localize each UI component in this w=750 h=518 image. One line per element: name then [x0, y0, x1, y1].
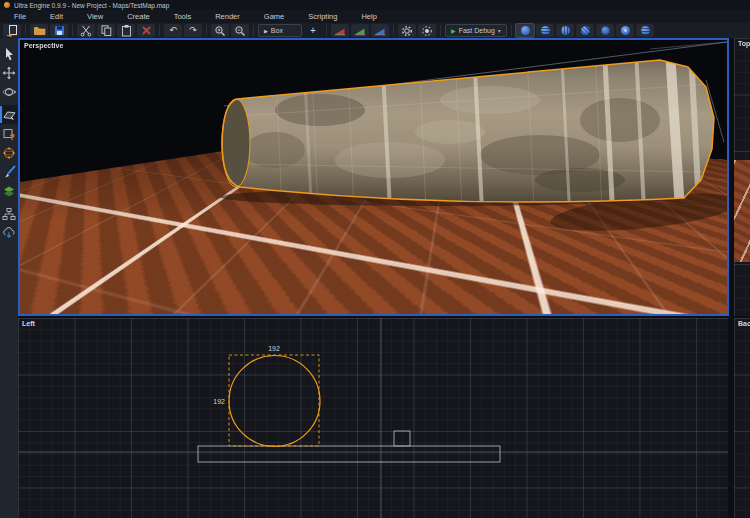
run-fast-debug-dropdown[interactable]: ▶ Fast Debug ▾ — [445, 24, 507, 37]
toolbar-separator — [393, 25, 394, 36]
dimension-height-label: 192 — [213, 398, 225, 405]
paint-brush-icon — [2, 165, 16, 179]
toolbar-separator — [206, 25, 207, 36]
axis-constraint-y-button[interactable] — [351, 24, 369, 37]
new-scene-button[interactable] — [3, 24, 21, 37]
select-cursor-icon — [2, 47, 16, 61]
rotate-icon — [2, 85, 16, 99]
tool-entity-picker[interactable]: ? — [0, 124, 18, 143]
viewmode-unlit-button[interactable] — [576, 24, 594, 37]
shaded-lines-sphere-icon — [541, 26, 550, 35]
tool-cloud-download[interactable] — [0, 223, 18, 242]
paste-icon — [120, 24, 133, 37]
viewport-back[interactable]: Back — [734, 318, 750, 518]
main-toolbar: ↶ ↷ ▶ Box + — [0, 23, 750, 38]
tool-rotate[interactable] — [0, 82, 18, 101]
wireframe-sphere-icon — [561, 26, 570, 35]
menu-edit[interactable]: Edit — [38, 10, 75, 23]
viewport-top[interactable]: Top — [734, 38, 750, 316]
small-box-outline[interactable] — [394, 431, 410, 446]
copy-button[interactable] — [97, 24, 115, 37]
title-bar: Ultra Engine 0.9.9 - New Project - Maps/… — [0, 0, 750, 10]
menu-create[interactable]: Create — [115, 10, 162, 23]
tool-paint[interactable] — [0, 162, 18, 181]
redo-button[interactable]: ↷ — [184, 24, 202, 37]
paste-button[interactable] — [117, 24, 135, 37]
primitive-box-dropdown[interactable]: ▶ Box — [258, 24, 302, 37]
shaded-sphere-icon — [521, 26, 530, 35]
viewport-perspective[interactable]: Perspective — [18, 38, 729, 316]
tool-face-select[interactable] — [0, 105, 18, 124]
add-primitive-button[interactable]: + — [304, 24, 322, 37]
scene-overlay — [20, 40, 727, 314]
zoom-in-button[interactable] — [211, 24, 229, 37]
menu-file[interactable]: File — [2, 10, 38, 23]
menu-scripting[interactable]: Scripting — [296, 10, 349, 23]
menu-game[interactable]: Game — [252, 10, 296, 23]
save-icon — [53, 24, 66, 37]
tool-hierarchy[interactable] — [0, 204, 18, 223]
face-select-icon — [2, 108, 16, 122]
menu-help[interactable]: Help — [349, 10, 388, 23]
viewmode-lit-button[interactable] — [596, 24, 614, 37]
viewmode-shaded-lines-button[interactable] — [536, 24, 554, 37]
cylinder-cross-section[interactable] — [229, 356, 320, 447]
settings-button[interactable] — [418, 24, 436, 37]
tool-select[interactable] — [0, 44, 18, 63]
axis-x-ramp-icon — [334, 26, 346, 36]
window-title: Ultra Engine 0.9.9 - New Project - Maps/… — [14, 2, 169, 9]
redo-icon: ↷ — [189, 26, 197, 35]
uv-sphere-icon — [641, 26, 650, 35]
tool-vertex-edit[interactable] — [0, 143, 18, 162]
axis-constraint-z-button[interactable] — [371, 24, 389, 37]
delete-x-icon — [141, 25, 152, 36]
undo-icon: ↶ — [169, 26, 177, 35]
ultra-engine-window: { "window": { "title": "Ultra Engine 0.9… — [0, 0, 750, 518]
delete-button[interactable] — [137, 24, 155, 37]
viewport-left[interactable]: 192 192 Left — [18, 318, 728, 518]
zoom-out-button[interactable] — [231, 24, 249, 37]
top-view-floor — [734, 160, 750, 262]
toolbar-separator — [159, 25, 160, 36]
viewmode-uv-button[interactable] — [636, 24, 654, 37]
zoom-out-icon — [234, 25, 246, 37]
vertex-sphere-icon — [2, 146, 16, 160]
vegetation-icon — [2, 184, 16, 198]
menu-render[interactable]: Render — [203, 10, 252, 23]
open-folder-icon — [33, 24, 46, 37]
undo-button[interactable]: ↶ — [164, 24, 182, 37]
gear-outline-icon — [401, 25, 413, 37]
viewmode-wireframe-button[interactable] — [556, 24, 574, 37]
axis-z-ramp-icon — [374, 26, 386, 36]
tool-vegetation[interactable] — [0, 181, 18, 200]
viewmode-normals-button[interactable] — [616, 24, 634, 37]
physics-options-button[interactable] — [398, 24, 416, 37]
toolbar-separator — [72, 25, 73, 36]
toolbar-separator — [25, 25, 26, 36]
ground-slab-outline[interactable] — [198, 446, 500, 462]
primitive-dropdown-label: Box — [271, 27, 283, 34]
save-button[interactable] — [50, 24, 68, 37]
toolbar-separator — [511, 25, 512, 36]
svg-text:?: ? — [10, 132, 15, 141]
viewmode-shaded-button[interactable] — [516, 24, 534, 37]
viewport-label-left: Left — [22, 320, 35, 327]
cut-button[interactable] — [77, 24, 95, 37]
viewport-label-top: Top — [738, 40, 750, 47]
axis-y-ramp-icon — [354, 26, 366, 36]
run-play-icon: ▶ — [451, 27, 456, 34]
axis-constraint-x-button[interactable] — [331, 24, 349, 37]
cylinder-brush[interactable] — [222, 50, 714, 210]
gear-icon — [421, 25, 433, 37]
entity-question-icon: ? — [2, 127, 16, 141]
tool-move[interactable] — [0, 63, 18, 82]
cloud-download-icon — [2, 226, 16, 240]
dropdown-play-icon: ▶ — [264, 28, 268, 34]
menu-tools[interactable]: Tools — [162, 10, 204, 23]
menu-view[interactable]: View — [75, 10, 115, 23]
viewport-label-back: Back — [738, 320, 750, 327]
open-button[interactable] — [30, 24, 48, 37]
tool-sidebar: ? — [0, 38, 18, 518]
toolbar-separator — [326, 25, 327, 36]
left-view-overlay: 192 192 — [18, 318, 728, 518]
